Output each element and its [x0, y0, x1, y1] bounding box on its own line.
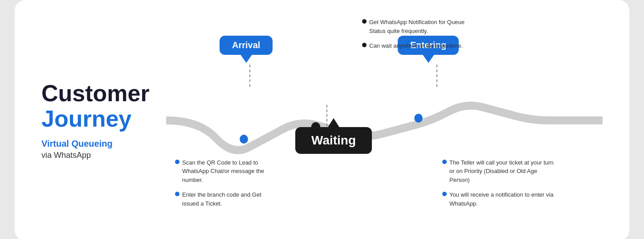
bullet-icon [362, 43, 367, 47]
main-card: Customer Journey Virtual Queueing via Wh… [15, 0, 629, 239]
subtitle-via-whatsapp: via WhatsApp [41, 151, 157, 160]
notes-bottom-right: The Teller will call your ticket at your… [442, 158, 558, 214]
note-item-queue-status: Get WhatsApp Notification for Queue Stat… [362, 18, 465, 35]
bullet-blue-icon [175, 192, 179, 196]
note-text-queue-status: Get WhatsApp Notification for Queue Stat… [369, 18, 465, 35]
note-item-notification: You will receive a notification to enter… [442, 190, 558, 208]
left-section: Customer Journey Virtual Queueing via Wh… [41, 81, 166, 160]
note-item-branch-code: Enter the branch code and Get issued a T… [175, 190, 269, 208]
bullet-icon [362, 19, 367, 24]
svg-point-0 [240, 135, 248, 144]
bullet-blue-icon [175, 160, 179, 164]
title-customer: Customer [41, 81, 157, 106]
svg-point-2 [414, 114, 423, 123]
dashed-arrival-line [249, 65, 250, 87]
note-item-qr-code: Scan the QR Code to Lead to WhatsApp Cha… [175, 158, 269, 185]
note-text-notification: You will receive a notification to enter… [449, 190, 558, 208]
notes-top-right: Get WhatsApp Notification for Queue Stat… [362, 18, 465, 57]
waiting-label: Waiting [295, 127, 372, 154]
note-item-wait-anywhere: Can wait anywhere in the meantime. [362, 41, 465, 50]
journey-section: Arrival Entering Waiting Get WhatsApp No… [166, 18, 603, 223]
note-text-branch-code: Enter the branch code and Get issued a T… [182, 190, 269, 208]
arrival-bubble: Arrival [220, 36, 273, 55]
note-item-teller: The Teller will call your ticket at your… [442, 158, 558, 185]
note-text-qr-code: Scan the QR Code to Lead to WhatsApp Cha… [182, 158, 269, 185]
notes-bottom-left: Scan the QR Code to Lead to WhatsApp Cha… [175, 158, 269, 214]
title-journey: Journey [41, 106, 157, 132]
dashed-entering-line [436, 65, 437, 87]
note-text-wait-anywhere: Can wait anywhere in the meantime. [369, 41, 465, 50]
bullet-blue-icon [442, 192, 447, 196]
subtitle-virtual-queueing: Virtual Queueing [41, 139, 157, 149]
bullet-blue-icon [442, 160, 447, 164]
note-text-teller: The Teller will call your ticket at your… [449, 158, 558, 185]
